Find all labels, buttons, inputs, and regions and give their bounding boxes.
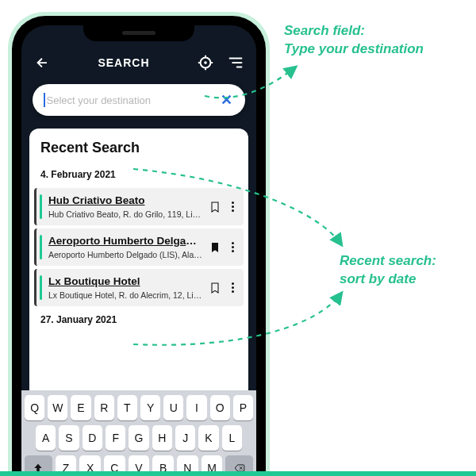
row-accent [40,194,42,219]
key-i[interactable]: I [186,395,206,420]
close-icon: ✕ [221,92,232,108]
key-r[interactable]: R [94,395,114,420]
search-input[interactable]: Select your destination ✕ [33,84,245,116]
key-d[interactable]: D [83,425,102,451]
key-g[interactable]: G [129,425,148,451]
key-y[interactable]: Y [140,395,160,420]
phone-frame: SEARCH Select your destination [8,12,270,476]
list-item-title: Aeroporto Humberto Delgado (LIS) [48,235,202,247]
phone-notch [83,24,194,41]
key-w[interactable]: W [48,395,67,420]
locate-button[interactable] [196,53,215,72]
list-item-subtitle: Hub Criativo Beato, R. do Grilo, 119, Li… [48,209,202,219]
virtual-keyboard: QWERTYUIOP ASDFGHJKL ZXCVBNM 123 space G [21,390,256,476]
date-header: 4. February 2021 [29,164,248,185]
key-k[interactable]: K [198,425,218,451]
more-button[interactable] [228,202,237,212]
bookmark-icon[interactable] [209,200,221,214]
key-s[interactable]: S [59,425,79,451]
key-p[interactable]: P [233,395,253,420]
app-screen: SEARCH Select your destination [21,25,256,476]
list-item[interactable]: Hub Criativo Beato Hub Criativo Beato, R… [34,188,244,225]
annotation-recent-search: Recent search: sort by date [340,252,436,289]
bookmark-filled-icon[interactable] [209,240,221,255]
svg-point-1 [204,61,207,64]
key-o[interactable]: O [210,395,230,420]
key-f[interactable]: F [106,425,125,451]
crosshair-icon [197,54,214,71]
key-t[interactable]: T [117,395,137,420]
key-a[interactable]: A [36,425,56,451]
clear-search-button[interactable]: ✕ [219,91,234,109]
list-item-subtitle: Aeroporto Humberto Delgado (LIS), Alamed… [48,250,202,259]
key-l[interactable]: L [222,425,242,451]
menu-button[interactable] [226,53,245,72]
key-j[interactable]: J [175,425,195,451]
top-bar: SEARCH [21,41,256,84]
page-title: SEARCH [98,56,149,69]
bottom-accent-strip [0,471,476,476]
search-placeholder: Select your destination [47,94,220,106]
list-item-title: Hub Criativo Beato [48,194,202,206]
list-item[interactable]: Lx Boutique Hotel Lx Boutique Hotel, R. … [34,269,244,306]
text-caret [44,93,45,107]
card-title: Recent Search [29,140,248,164]
arrow-left-icon [35,56,49,70]
back-button[interactable] [33,53,52,72]
key-e[interactable]: E [71,395,90,420]
list-item-title: Lx Boutique Hotel [48,275,202,287]
list-item[interactable]: Aeroporto Humberto Delgado (LIS) Aeropor… [34,228,244,266]
key-h[interactable]: H [152,425,172,451]
bookmark-icon[interactable] [209,281,221,295]
row-accent [40,235,42,259]
annotation-search-field: Search field: Type your destination [284,22,424,59]
key-q[interactable]: Q [25,395,44,420]
date-header: 27. January 2021 [29,309,248,330]
more-button[interactable] [228,282,237,293]
row-accent [40,275,42,300]
filter-lines-icon [227,54,244,71]
more-button[interactable] [228,242,237,252]
key-u[interactable]: U [163,395,183,420]
list-item-subtitle: Lx Boutique Hotel, R. do Alecrim, 12, Li… [48,290,202,300]
